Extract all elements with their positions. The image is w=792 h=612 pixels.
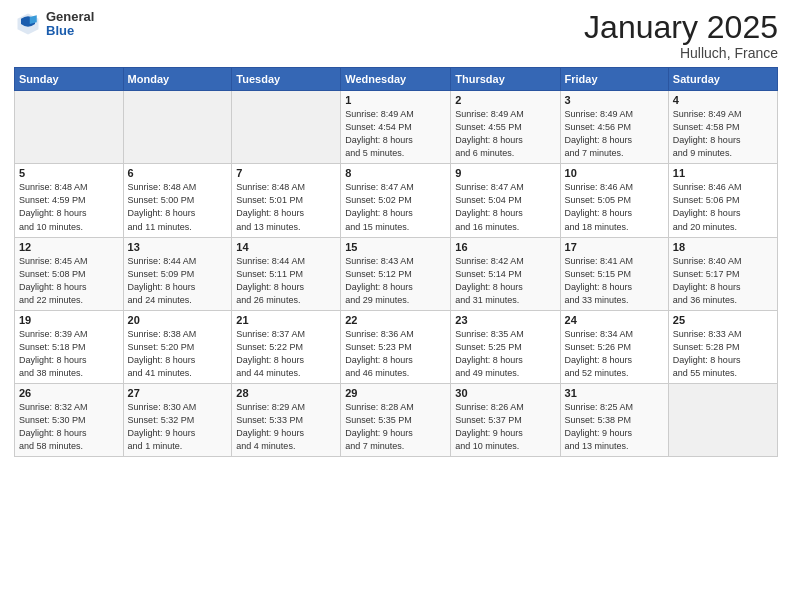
day-cell: 14Sunrise: 8:44 AMSunset: 5:11 PMDayligh… xyxy=(232,237,341,310)
day-cell xyxy=(232,91,341,164)
day-cell: 17Sunrise: 8:41 AMSunset: 5:15 PMDayligh… xyxy=(560,237,668,310)
day-info: Sunrise: 8:28 AMSunset: 5:35 PMDaylight:… xyxy=(345,401,446,453)
month-title: January 2025 xyxy=(584,10,778,45)
day-info: Sunrise: 8:29 AMSunset: 5:33 PMDaylight:… xyxy=(236,401,336,453)
logo-blue: Blue xyxy=(46,24,94,38)
day-number: 26 xyxy=(19,387,119,399)
day-cell: 10Sunrise: 8:46 AMSunset: 5:05 PMDayligh… xyxy=(560,164,668,237)
day-info: Sunrise: 8:44 AMSunset: 5:11 PMDaylight:… xyxy=(236,255,336,307)
day-number: 8 xyxy=(345,167,446,179)
day-cell: 30Sunrise: 8:26 AMSunset: 5:37 PMDayligh… xyxy=(451,383,560,456)
day-info: Sunrise: 8:45 AMSunset: 5:08 PMDaylight:… xyxy=(19,255,119,307)
day-info: Sunrise: 8:42 AMSunset: 5:14 PMDaylight:… xyxy=(455,255,555,307)
day-number: 19 xyxy=(19,314,119,326)
day-cell xyxy=(15,91,124,164)
day-number: 22 xyxy=(345,314,446,326)
day-cell: 9Sunrise: 8:47 AMSunset: 5:04 PMDaylight… xyxy=(451,164,560,237)
location: Hulluch, France xyxy=(584,45,778,61)
day-number: 16 xyxy=(455,241,555,253)
day-cell: 2Sunrise: 8:49 AMSunset: 4:55 PMDaylight… xyxy=(451,91,560,164)
day-number: 21 xyxy=(236,314,336,326)
calendar-header: Sunday Monday Tuesday Wednesday Thursday… xyxy=(15,68,778,91)
day-number: 7 xyxy=(236,167,336,179)
day-cell: 3Sunrise: 8:49 AMSunset: 4:56 PMDaylight… xyxy=(560,91,668,164)
day-number: 9 xyxy=(455,167,555,179)
day-cell: 24Sunrise: 8:34 AMSunset: 5:26 PMDayligh… xyxy=(560,310,668,383)
day-number: 12 xyxy=(19,241,119,253)
day-cell: 16Sunrise: 8:42 AMSunset: 5:14 PMDayligh… xyxy=(451,237,560,310)
day-cell: 4Sunrise: 8:49 AMSunset: 4:58 PMDaylight… xyxy=(668,91,777,164)
logo-icon xyxy=(14,10,42,38)
day-cell: 31Sunrise: 8:25 AMSunset: 5:38 PMDayligh… xyxy=(560,383,668,456)
day-info: Sunrise: 8:34 AMSunset: 5:26 PMDaylight:… xyxy=(565,328,664,380)
day-number: 4 xyxy=(673,94,773,106)
day-cell: 23Sunrise: 8:35 AMSunset: 5:25 PMDayligh… xyxy=(451,310,560,383)
day-number: 3 xyxy=(565,94,664,106)
day-info: Sunrise: 8:44 AMSunset: 5:09 PMDaylight:… xyxy=(128,255,228,307)
day-number: 10 xyxy=(565,167,664,179)
day-info: Sunrise: 8:47 AMSunset: 5:04 PMDaylight:… xyxy=(455,181,555,233)
day-number: 5 xyxy=(19,167,119,179)
col-thursday: Thursday xyxy=(451,68,560,91)
day-number: 23 xyxy=(455,314,555,326)
day-number: 28 xyxy=(236,387,336,399)
day-cell: 28Sunrise: 8:29 AMSunset: 5:33 PMDayligh… xyxy=(232,383,341,456)
day-info: Sunrise: 8:33 AMSunset: 5:28 PMDaylight:… xyxy=(673,328,773,380)
calendar: Sunday Monday Tuesday Wednesday Thursday… xyxy=(14,67,778,457)
day-number: 2 xyxy=(455,94,555,106)
day-number: 1 xyxy=(345,94,446,106)
day-info: Sunrise: 8:39 AMSunset: 5:18 PMDaylight:… xyxy=(19,328,119,380)
col-friday: Friday xyxy=(560,68,668,91)
day-info: Sunrise: 8:35 AMSunset: 5:25 PMDaylight:… xyxy=(455,328,555,380)
day-cell: 26Sunrise: 8:32 AMSunset: 5:30 PMDayligh… xyxy=(15,383,124,456)
day-cell: 20Sunrise: 8:38 AMSunset: 5:20 PMDayligh… xyxy=(123,310,232,383)
week-row-5: 26Sunrise: 8:32 AMSunset: 5:30 PMDayligh… xyxy=(15,383,778,456)
day-cell: 15Sunrise: 8:43 AMSunset: 5:12 PMDayligh… xyxy=(341,237,451,310)
day-info: Sunrise: 8:46 AMSunset: 5:05 PMDaylight:… xyxy=(565,181,664,233)
logo-general: General xyxy=(46,10,94,24)
col-monday: Monday xyxy=(123,68,232,91)
calendar-body: 1Sunrise: 8:49 AMSunset: 4:54 PMDaylight… xyxy=(15,91,778,457)
day-number: 20 xyxy=(128,314,228,326)
day-cell: 11Sunrise: 8:46 AMSunset: 5:06 PMDayligh… xyxy=(668,164,777,237)
day-cell: 12Sunrise: 8:45 AMSunset: 5:08 PMDayligh… xyxy=(15,237,124,310)
day-number: 11 xyxy=(673,167,773,179)
col-wednesday: Wednesday xyxy=(341,68,451,91)
week-row-2: 5Sunrise: 8:48 AMSunset: 4:59 PMDaylight… xyxy=(15,164,778,237)
col-tuesday: Tuesday xyxy=(232,68,341,91)
day-info: Sunrise: 8:49 AMSunset: 4:54 PMDaylight:… xyxy=(345,108,446,160)
day-cell: 25Sunrise: 8:33 AMSunset: 5:28 PMDayligh… xyxy=(668,310,777,383)
header-row: Sunday Monday Tuesday Wednesday Thursday… xyxy=(15,68,778,91)
day-number: 15 xyxy=(345,241,446,253)
day-cell: 7Sunrise: 8:48 AMSunset: 5:01 PMDaylight… xyxy=(232,164,341,237)
day-number: 30 xyxy=(455,387,555,399)
day-number: 18 xyxy=(673,241,773,253)
day-info: Sunrise: 8:47 AMSunset: 5:02 PMDaylight:… xyxy=(345,181,446,233)
day-cell: 8Sunrise: 8:47 AMSunset: 5:02 PMDaylight… xyxy=(341,164,451,237)
week-row-1: 1Sunrise: 8:49 AMSunset: 4:54 PMDaylight… xyxy=(15,91,778,164)
day-info: Sunrise: 8:38 AMSunset: 5:20 PMDaylight:… xyxy=(128,328,228,380)
day-cell: 13Sunrise: 8:44 AMSunset: 5:09 PMDayligh… xyxy=(123,237,232,310)
day-info: Sunrise: 8:48 AMSunset: 5:01 PMDaylight:… xyxy=(236,181,336,233)
day-info: Sunrise: 8:25 AMSunset: 5:38 PMDaylight:… xyxy=(565,401,664,453)
day-info: Sunrise: 8:48 AMSunset: 4:59 PMDaylight:… xyxy=(19,181,119,233)
day-number: 13 xyxy=(128,241,228,253)
day-info: Sunrise: 8:49 AMSunset: 4:55 PMDaylight:… xyxy=(455,108,555,160)
title-block: January 2025 Hulluch, France xyxy=(584,10,778,61)
day-info: Sunrise: 8:49 AMSunset: 4:56 PMDaylight:… xyxy=(565,108,664,160)
logo: General Blue xyxy=(14,10,94,39)
day-cell xyxy=(668,383,777,456)
header: General Blue January 2025 Hulluch, Franc… xyxy=(14,10,778,61)
day-cell: 21Sunrise: 8:37 AMSunset: 5:22 PMDayligh… xyxy=(232,310,341,383)
page: General Blue January 2025 Hulluch, Franc… xyxy=(0,0,792,612)
day-number: 6 xyxy=(128,167,228,179)
logo-text: General Blue xyxy=(46,10,94,39)
day-info: Sunrise: 8:46 AMSunset: 5:06 PMDaylight:… xyxy=(673,181,773,233)
day-cell: 1Sunrise: 8:49 AMSunset: 4:54 PMDaylight… xyxy=(341,91,451,164)
day-info: Sunrise: 8:41 AMSunset: 5:15 PMDaylight:… xyxy=(565,255,664,307)
day-number: 31 xyxy=(565,387,664,399)
day-number: 27 xyxy=(128,387,228,399)
day-info: Sunrise: 8:37 AMSunset: 5:22 PMDaylight:… xyxy=(236,328,336,380)
day-cell: 6Sunrise: 8:48 AMSunset: 5:00 PMDaylight… xyxy=(123,164,232,237)
day-info: Sunrise: 8:43 AMSunset: 5:12 PMDaylight:… xyxy=(345,255,446,307)
